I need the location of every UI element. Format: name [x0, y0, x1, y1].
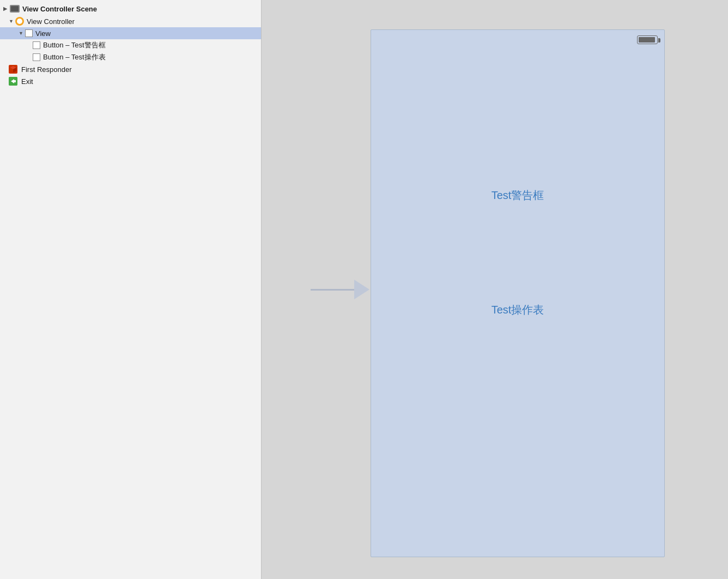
scene-triangle[interactable]	[3, 6, 9, 11]
canvas-button-alert[interactable]: Test警告框	[492, 188, 544, 203]
battery-indicator	[637, 35, 658, 44]
button2-label: Button – Test操作表	[43, 52, 106, 62]
canvas-button-action-label: Test操作表	[492, 304, 544, 316]
sidebar: View Controller Scene View Controller Vi…	[0, 0, 262, 579]
vc-triangle[interactable]	[9, 19, 14, 24]
view-item[interactable]: View	[0, 27, 261, 39]
canvas-area: Test警告框 Test操作表	[262, 0, 728, 579]
vc-label: View Controller	[27, 17, 75, 26]
canvas-button-alert-label: Test警告框	[492, 189, 544, 201]
responder-label: First Responder	[21, 65, 71, 74]
arrow-line	[311, 289, 354, 291]
button2-icon	[33, 53, 40, 61]
scene-label: View Controller Scene	[22, 5, 97, 13]
button2-item[interactable]: Button – Test操作表	[0, 51, 261, 63]
canvas-button-action[interactable]: Test操作表	[492, 303, 544, 317]
responder-icon	[9, 65, 17, 74]
view-controller-item[interactable]: View Controller	[0, 15, 261, 27]
ios-device-frame: Test警告框 Test操作表	[371, 29, 665, 557]
view-label: View	[35, 29, 51, 38]
arrow-head	[354, 280, 369, 299]
battery-fill	[639, 37, 655, 43]
button1-label: Button – Test警告框	[43, 40, 106, 50]
arrow-connector	[311, 280, 369, 299]
view-triangle[interactable]	[19, 31, 24, 36]
button1-item[interactable]: Button – Test警告框	[0, 39, 261, 51]
scene-header[interactable]: View Controller Scene	[0, 2, 261, 15]
exit-label: Exit	[21, 77, 33, 86]
button1-icon	[33, 41, 40, 49]
exit-icon	[9, 77, 17, 86]
view-icon	[25, 29, 33, 37]
scene-icon	[10, 5, 20, 13]
vc-icon	[15, 17, 24, 26]
responder-item[interactable]: First Responder	[0, 63, 261, 75]
exit-item[interactable]: Exit	[0, 75, 261, 87]
